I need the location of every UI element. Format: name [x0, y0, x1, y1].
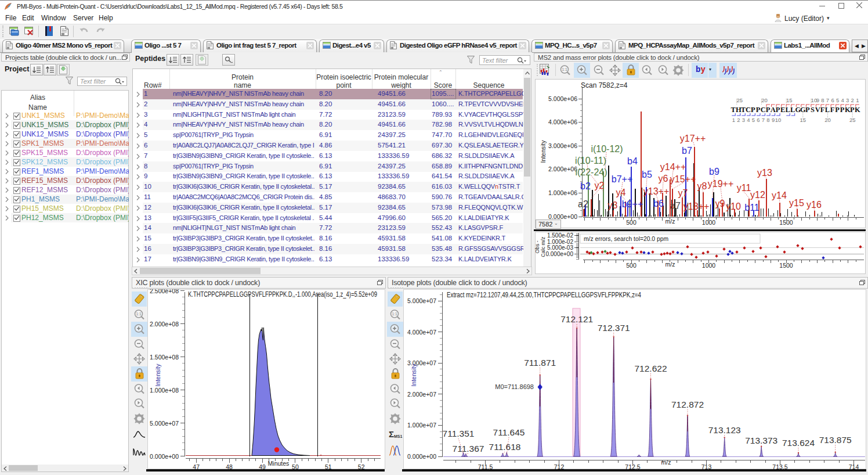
svg-text:8: 8	[766, 117, 769, 123]
svg-text:y13++: y13++	[643, 186, 669, 196]
svg-text:y15: y15	[789, 198, 804, 208]
svg-text:0.000e+00: 0.000e+00	[548, 213, 577, 220]
svg-text:m/z: m/z	[666, 261, 675, 268]
svg-text:9: 9	[771, 117, 774, 123]
svg-text:49: 49	[259, 463, 266, 469]
svg-text:713.123: 713.123	[708, 425, 741, 435]
svg-text:m/z errors, search tol=20.0 pp: m/z errors, search tol=20.0 ppm	[584, 235, 668, 242]
svg-text:a2: a2	[578, 199, 588, 209]
svg-text:3: 3	[846, 97, 849, 103]
svg-text:y13: y13	[757, 168, 772, 178]
svg-text:m/z: m/z	[666, 218, 675, 225]
svg-text:i(10-12): i(10-12)	[591, 144, 623, 154]
svg-text:y15++: y15++	[670, 174, 696, 184]
svg-text:b11: b11	[744, 203, 760, 213]
svg-text:4.000e+07: 4.000e+07	[407, 329, 436, 336]
svg-text:b7++: b7++	[612, 174, 632, 184]
svg-text:20: 20	[824, 117, 831, 123]
svg-text:y7: y7	[678, 188, 688, 198]
svg-text:4: 4	[747, 117, 750, 123]
svg-text:1500: 1500	[779, 262, 793, 269]
svg-text:4: 4	[841, 97, 844, 103]
svg-text:y11: y11	[737, 183, 751, 193]
svg-text:712.371: 712.371	[598, 323, 630, 333]
svg-text:b9: b9	[709, 167, 719, 177]
svg-text:b5: b5	[642, 170, 652, 179]
svg-text:5.000e-03: 5.000e-03	[547, 244, 573, 251]
svg-text:711.351: 711.351	[443, 429, 475, 438]
svg-text:1.000e+06: 1.000e+06	[548, 189, 577, 196]
svg-text:b9++: b9++	[622, 199, 643, 209]
svg-text:713.5: 713.5	[772, 463, 787, 469]
svg-text:8: 8	[821, 97, 824, 103]
svg-text:5.000e+07: 5.000e+07	[150, 420, 179, 427]
svg-text:i(10-11): i(10-11)	[575, 156, 606, 165]
svg-text:3.000e+06: 3.000e+06	[548, 142, 577, 149]
svg-text:4.000e+06: 4.000e+06	[548, 118, 577, 125]
svg-text:711.5: 711.5	[478, 463, 493, 469]
svg-text:Minutes: Minutes	[268, 460, 290, 467]
svg-text:6: 6	[831, 97, 834, 103]
svg-text:i(22-24): i(22-24)	[575, 167, 607, 177]
svg-text:713.624: 713.624	[782, 438, 815, 448]
svg-text:1: 1	[856, 97, 859, 103]
svg-text:2.000e+06: 2.000e+06	[548, 165, 577, 172]
svg-text:b6: b6	[653, 199, 664, 208]
svg-text:711.618: 711.618	[489, 442, 521, 452]
svg-text:20: 20	[761, 97, 768, 103]
svg-text:5: 5	[751, 117, 754, 123]
svg-text:10: 10	[775, 117, 781, 123]
svg-text:25: 25	[736, 97, 743, 103]
svg-text:713: 713	[701, 463, 712, 469]
svg-text:3: 3	[742, 117, 744, 123]
svg-text:0.000e+00: 0.000e+00	[545, 251, 573, 257]
svg-text:52: 52	[358, 463, 365, 469]
svg-text:y4: y4	[616, 188, 626, 197]
svg-text:y8: y8	[697, 181, 707, 191]
svg-text:711.871: 711.871	[524, 358, 556, 368]
svg-text:y14++: y14++	[660, 162, 686, 172]
svg-text:1.000e+07: 1.000e+07	[407, 422, 436, 429]
svg-text:Extract mz=712.1207,49.44,25.0: Extract mz=712.1207,49.44,25.00,THTCPPCP…	[447, 291, 641, 299]
svg-text:1:1: 1:1	[562, 67, 567, 71]
svg-text:2.000e+07: 2.000e+07	[407, 391, 436, 398]
svg-text:5: 5	[836, 97, 838, 103]
svg-text:50: 50	[292, 463, 299, 469]
svg-text:b7: b7	[682, 146, 692, 156]
svg-text:y14: y14	[772, 190, 787, 200]
svg-text:712.872: 712.872	[671, 400, 704, 409]
svg-text:15: 15	[786, 97, 792, 103]
svg-text:2: 2	[737, 117, 740, 123]
svg-text:5.000e+07: 5.000e+07	[407, 297, 436, 304]
svg-text:y9: y9	[715, 199, 725, 208]
svg-text:0.000e+00: 0.000e+00	[150, 453, 179, 460]
svg-text:712.121: 712.121	[560, 314, 593, 324]
svg-text:y19++: y19++	[708, 179, 733, 189]
svg-text:25: 25	[849, 117, 855, 123]
svg-text:1.500e-02: 1.500e-02	[547, 232, 573, 239]
svg-text:y17++: y17++	[680, 134, 706, 143]
svg-text:1000: 1000	[702, 262, 716, 269]
svg-text:M0=711.8698: M0=711.8698	[495, 383, 534, 390]
svg-text:7: 7	[761, 117, 764, 123]
svg-text:1:1: 1:1	[392, 312, 397, 316]
svg-text:48: 48	[226, 463, 233, 469]
svg-text:y10: y10	[726, 201, 741, 211]
svg-text:713.875: 713.875	[819, 435, 852, 445]
svg-text:2: 2	[851, 97, 853, 103]
svg-text:y3: y3	[608, 200, 618, 210]
svg-text:500: 500	[626, 262, 636, 269]
svg-text:712.622: 712.622	[634, 364, 667, 373]
svg-text:1:1: 1:1	[136, 312, 141, 316]
svg-text:y6: y6	[659, 174, 668, 183]
svg-text:b2: b2	[580, 181, 591, 191]
svg-text:y2: y2	[595, 181, 605, 190]
svg-text:y12: y12	[750, 190, 765, 200]
svg-text:713.373: 713.373	[745, 436, 777, 445]
svg-text:9: 9	[816, 97, 819, 103]
svg-text:y18++: y18++	[683, 201, 709, 211]
svg-text:2.000e+08: 2.000e+08	[150, 321, 179, 328]
svg-text:712: 712	[554, 463, 565, 469]
svg-text:51: 51	[325, 463, 332, 469]
svg-text:1500: 1500	[779, 219, 793, 226]
